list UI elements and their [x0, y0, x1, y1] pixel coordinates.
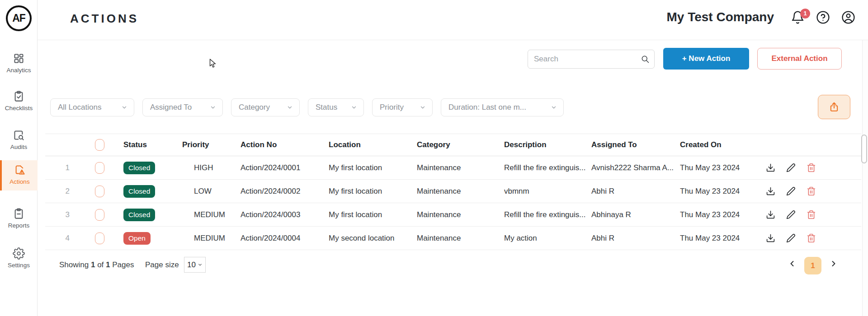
- sidebar-item-checklists[interactable]: Checklists: [0, 87, 38, 115]
- priority-cell: HIGH: [182, 163, 241, 172]
- status-badge: Closed: [123, 209, 155, 221]
- table-row: 4 Open MEDIUM Action/2024/0004 My second…: [45, 227, 861, 250]
- row-checkbox-cell: [72, 186, 123, 197]
- search-icon[interactable]: [641, 55, 650, 64]
- filter-bar: All Locations Assigned To Category Statu…: [50, 98, 564, 116]
- delete-icon[interactable]: [807, 210, 816, 219]
- filter-locations[interactable]: All Locations: [50, 98, 134, 116]
- scrollbar-track[interactable]: [862, 40, 868, 316]
- filter-assigned-to[interactable]: Assigned To: [142, 98, 223, 116]
- download-icon[interactable]: [766, 163, 775, 172]
- col-priority: Priority: [182, 140, 241, 149]
- filter-priority[interactable]: Priority: [372, 98, 433, 116]
- location-cell: My first location: [329, 187, 417, 196]
- sidebar-item-label: Checklists: [5, 105, 33, 112]
- filter-label: All Locations: [58, 103, 101, 112]
- sidebar-item-audits[interactable]: Audits: [0, 125, 38, 154]
- sidebar-item-reports[interactable]: Reports: [0, 204, 38, 232]
- mouse-cursor: [209, 59, 217, 69]
- checklist-icon: [13, 90, 25, 102]
- search-input[interactable]: [528, 50, 655, 69]
- row-checkbox[interactable]: [95, 162, 104, 174]
- previous-page-button[interactable]: [788, 259, 797, 268]
- sidebar-item-analytics[interactable]: Analytics: [0, 49, 38, 77]
- of-text: of: [97, 260, 104, 269]
- chevron-down-icon: [210, 104, 216, 111]
- row-checkbox[interactable]: [95, 186, 104, 197]
- notifications-button[interactable]: 1: [791, 10, 805, 24]
- showing-pages-text: Showing 1 of 1 Pages: [59, 260, 134, 270]
- row-checkbox[interactable]: [95, 232, 104, 244]
- sidebar-item-settings[interactable]: Settings: [0, 244, 38, 272]
- row-checkbox[interactable]: [95, 209, 104, 221]
- search-box: [528, 50, 655, 69]
- app-logo: AF: [6, 5, 32, 31]
- select-all-checkbox[interactable]: [95, 139, 104, 151]
- export-button[interactable]: [818, 95, 850, 119]
- filter-label: Priority: [380, 103, 404, 112]
- row-actions: [764, 233, 861, 243]
- col-status: Status: [123, 140, 182, 149]
- row-checkbox-cell: [72, 162, 123, 174]
- row-index: 2: [45, 187, 72, 196]
- priority-cell: MEDIUM: [182, 234, 241, 243]
- download-icon[interactable]: [766, 186, 775, 196]
- external-action-button[interactable]: External Action: [757, 48, 842, 70]
- filter-label: Assigned To: [150, 103, 192, 112]
- status-badge: Closed: [123, 185, 155, 198]
- location-cell: My second location: [329, 234, 417, 243]
- delete-icon[interactable]: [807, 186, 816, 196]
- edit-icon[interactable]: [786, 186, 796, 196]
- edit-icon[interactable]: [786, 210, 796, 219]
- action-no-cell: Action/2024/0004: [241, 234, 329, 243]
- audit-icon: [13, 129, 25, 141]
- row-actions: [764, 163, 861, 172]
- row-checkbox-cell: [72, 232, 123, 244]
- table-row: 3 Closed MEDIUM Action/2024/0003 My firs…: [45, 203, 861, 227]
- edit-icon[interactable]: [786, 163, 796, 172]
- category-cell: Maintenance: [417, 187, 504, 196]
- filter-category[interactable]: Category: [231, 98, 300, 116]
- action-no-cell: Action/2024/0003: [241, 210, 329, 219]
- category-cell: Maintenance: [417, 163, 504, 172]
- logo-text: AF: [12, 12, 25, 24]
- action-warning-icon: [14, 164, 26, 176]
- action-no-cell: Action/2024/0002: [241, 187, 329, 196]
- filter-label: Status: [316, 103, 337, 112]
- created-on-cell: Thu May 23 2024: [680, 163, 764, 172]
- page-1-button[interactable]: 1: [804, 257, 821, 274]
- row-checkbox-cell: [72, 209, 123, 221]
- download-icon[interactable]: [766, 233, 775, 243]
- page-size-select[interactable]: 10: [184, 257, 206, 273]
- sidebar-item-actions[interactable]: Actions: [0, 160, 38, 191]
- topbar-divider: [38, 40, 868, 40]
- sidebar-item-label: Actions: [9, 178, 29, 185]
- chevron-down-icon: [287, 104, 293, 111]
- showing-prefix: Showing: [59, 260, 89, 269]
- chevron-down-icon: [420, 104, 426, 111]
- col-action-no: Action No: [241, 140, 329, 149]
- next-page-button[interactable]: [829, 259, 838, 268]
- status-cell: Open: [123, 232, 182, 245]
- chevron-down-icon: [351, 104, 357, 111]
- row-index: 3: [45, 210, 72, 219]
- delete-icon[interactable]: [807, 233, 816, 243]
- new-action-button[interactable]: + New Action: [663, 48, 749, 70]
- gear-icon: [13, 247, 25, 260]
- profile-button[interactable]: [841, 10, 855, 24]
- user-circle-icon: [841, 10, 855, 24]
- scrollbar-thumb[interactable]: [861, 135, 867, 163]
- created-on-cell: Thu May 23 2024: [680, 210, 764, 219]
- edit-icon[interactable]: [786, 233, 796, 243]
- delete-icon[interactable]: [807, 163, 816, 172]
- col-created-on: Created On: [680, 140, 764, 149]
- assigned-to-cell: Abhi R: [591, 234, 680, 243]
- status-badge: Open: [123, 232, 151, 245]
- col-assigned-to: Assigned To: [591, 140, 680, 149]
- download-icon[interactable]: [766, 210, 775, 219]
- filter-status[interactable]: Status: [308, 98, 364, 116]
- help-button[interactable]: [816, 10, 830, 24]
- filter-duration[interactable]: Duration: Last one m...: [441, 98, 564, 116]
- assigned-to-cell: Avnish2222 Sharma A...: [591, 163, 680, 172]
- page-size-value: 10: [187, 260, 196, 270]
